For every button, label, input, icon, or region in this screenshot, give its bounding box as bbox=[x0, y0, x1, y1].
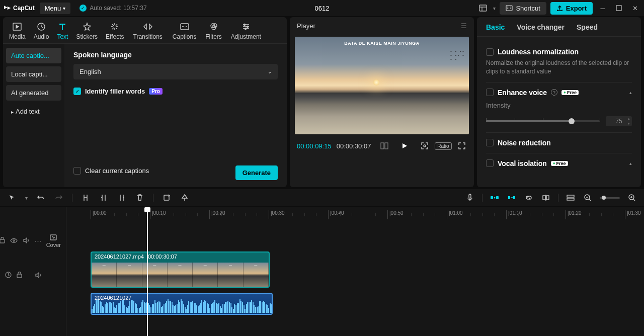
svg-rect-21 bbox=[513, 196, 515, 199]
redo-icon[interactable] bbox=[54, 193, 64, 203]
player-menu-icon[interactable]: ☰ bbox=[461, 22, 467, 30]
export-button[interactable]: Export bbox=[550, 2, 593, 15]
magnet-track-icon[interactable] bbox=[507, 193, 517, 203]
split-right-icon[interactable] bbox=[117, 193, 127, 203]
lock-icon[interactable] bbox=[17, 272, 22, 280]
menu-button[interactable]: Menu▾ bbox=[40, 3, 71, 14]
svg-rect-22 bbox=[543, 196, 545, 200]
timeline: ⋯ Cover |00:00|00:10|00:20|00:30|00:40|0… bbox=[0, 207, 644, 336]
delete-icon[interactable] bbox=[135, 193, 145, 203]
tab-captions[interactable]: Captions bbox=[168, 20, 201, 43]
audio-clip[interactable]: 202406121027 bbox=[91, 293, 273, 315]
cover-button[interactable]: Cover bbox=[46, 234, 61, 248]
close-icon[interactable]: ✕ bbox=[629, 2, 641, 14]
scale-icon[interactable] bbox=[420, 140, 430, 151]
svg-rect-24 bbox=[567, 195, 574, 197]
minimize-icon[interactable]: ─ bbox=[597, 2, 609, 14]
svg-rect-20 bbox=[508, 196, 510, 199]
tab-audio[interactable]: Audio bbox=[30, 20, 53, 43]
svg-rect-2 bbox=[616, 6, 621, 11]
intensity-label: Intensity bbox=[486, 102, 632, 109]
svg-point-9 bbox=[244, 24, 245, 26]
intensity-value[interactable]: 75▴▾ bbox=[606, 116, 632, 126]
crop-icon[interactable] bbox=[180, 193, 190, 203]
intensity-slider[interactable] bbox=[486, 120, 600, 122]
playhead[interactable] bbox=[147, 207, 148, 336]
zoom-out-icon[interactable] bbox=[583, 193, 593, 203]
svg-rect-33 bbox=[17, 274, 22, 278]
voiceover-icon[interactable] bbox=[5, 272, 12, 280]
tab-media[interactable]: Media bbox=[5, 20, 30, 43]
svg-rect-16 bbox=[469, 194, 471, 198]
split-icon[interactable] bbox=[80, 193, 91, 203]
shortcut-button[interactable]: Shortcut bbox=[500, 2, 546, 15]
magnet-main-icon[interactable] bbox=[490, 193, 500, 203]
collapse-icon[interactable]: ▴ bbox=[629, 161, 632, 166]
timeline-ruler[interactable]: |00:00|00:10|00:20|00:30|00:40|00:50|01:… bbox=[66, 207, 644, 222]
split-left-icon[interactable] bbox=[99, 193, 109, 203]
svg-rect-23 bbox=[546, 196, 549, 200]
svg-rect-5 bbox=[181, 24, 189, 30]
sidebar-item-auto-captions[interactable]: Auto captio... bbox=[6, 48, 61, 63]
sidebar-item-add-text[interactable]: ▸Add text bbox=[6, 104, 61, 119]
lock-icon[interactable] bbox=[0, 237, 5, 245]
svg-rect-12 bbox=[381, 143, 384, 149]
text-sidebar: Auto captio... Local capti... AI generat… bbox=[3, 44, 64, 187]
tab-voice-changer[interactable]: Voice changer bbox=[517, 23, 565, 31]
info-icon[interactable]: ? bbox=[551, 89, 557, 96]
sidebar-item-ai-generated[interactable]: AI generated bbox=[6, 85, 61, 101]
generate-button[interactable]: Generate bbox=[235, 165, 278, 180]
link-icon[interactable] bbox=[524, 193, 534, 203]
play-button[interactable] bbox=[399, 140, 410, 151]
language-select[interactable]: English⌄ bbox=[73, 64, 278, 79]
ratio-button[interactable]: Ratio bbox=[435, 142, 451, 150]
titlebar: CapCut Menu▾ ✓ Auto saved: 10:57:37 0612… bbox=[0, 0, 644, 16]
track-view-icon[interactable] bbox=[566, 193, 576, 203]
tab-transitions[interactable]: Transitions bbox=[128, 20, 168, 43]
svg-point-14 bbox=[424, 145, 426, 147]
tab-filters[interactable]: Filters bbox=[201, 20, 226, 43]
vocal-checkbox[interactable] bbox=[486, 159, 494, 167]
filler-words-checkbox[interactable]: ✓ bbox=[73, 88, 81, 95]
loudness-checkbox[interactable] bbox=[486, 48, 494, 56]
mute-icon[interactable] bbox=[23, 237, 30, 245]
tab-stickers[interactable]: Stickers bbox=[72, 20, 102, 43]
cursor-tool-icon[interactable] bbox=[7, 193, 17, 203]
noise-checkbox[interactable] bbox=[486, 139, 494, 146]
tab-effects[interactable]: Effects bbox=[102, 20, 128, 43]
svg-rect-15 bbox=[164, 195, 169, 200]
video-clip[interactable]: 202406121027.mp400:00:30:07 bbox=[91, 251, 270, 288]
svg-point-10 bbox=[247, 26, 248, 28]
zoom-slider[interactable] bbox=[600, 197, 620, 199]
sidebar-item-local-captions[interactable]: Local capti... bbox=[6, 66, 61, 82]
fullscreen-icon[interactable] bbox=[457, 140, 467, 151]
collapse-icon[interactable]: ▴ bbox=[629, 90, 632, 95]
clear-captions-checkbox[interactable] bbox=[73, 167, 81, 175]
zoom-in-icon[interactable] bbox=[627, 193, 637, 203]
more-icon[interactable]: ⋯ bbox=[35, 237, 41, 245]
mute-icon[interactable] bbox=[35, 272, 42, 280]
compare-icon[interactable] bbox=[379, 140, 389, 151]
player-viewport[interactable]: ˇ ˇ ˇˇ ˇ ˇˇ ˇˇ ˇ BATA DE KAISE MAIN JIYU… bbox=[295, 37, 469, 134]
mirror-icon[interactable] bbox=[162, 193, 172, 203]
layout-icon[interactable] bbox=[477, 2, 489, 14]
video-track-head: ⋯ Cover bbox=[0, 223, 66, 259]
tab-text[interactable]: Text bbox=[53, 20, 72, 43]
preview-cut-icon[interactable] bbox=[541, 193, 551, 203]
spoken-language-label: Spoken language bbox=[73, 51, 278, 59]
svg-rect-17 bbox=[491, 196, 493, 199]
free-badge: Free bbox=[561, 90, 579, 95]
svg-point-11 bbox=[245, 28, 246, 30]
tab-adjustment[interactable]: Adjustment bbox=[226, 20, 266, 43]
tab-basic[interactable]: Basic bbox=[486, 23, 505, 31]
tab-speed[interactable]: Speed bbox=[577, 23, 598, 31]
mic-icon[interactable] bbox=[465, 193, 475, 203]
enhance-checkbox[interactable] bbox=[486, 89, 494, 96]
pro-badge: Pro bbox=[149, 88, 163, 95]
properties-panel: Basic Voice changer Speed Loudness norma… bbox=[477, 17, 641, 187]
eye-icon[interactable] bbox=[10, 237, 18, 245]
maximize-icon[interactable] bbox=[613, 2, 625, 14]
loudness-desc: Normalize the original loudness of the s… bbox=[486, 59, 632, 76]
player-title: Player bbox=[297, 22, 315, 30]
undo-icon[interactable] bbox=[36, 193, 46, 203]
